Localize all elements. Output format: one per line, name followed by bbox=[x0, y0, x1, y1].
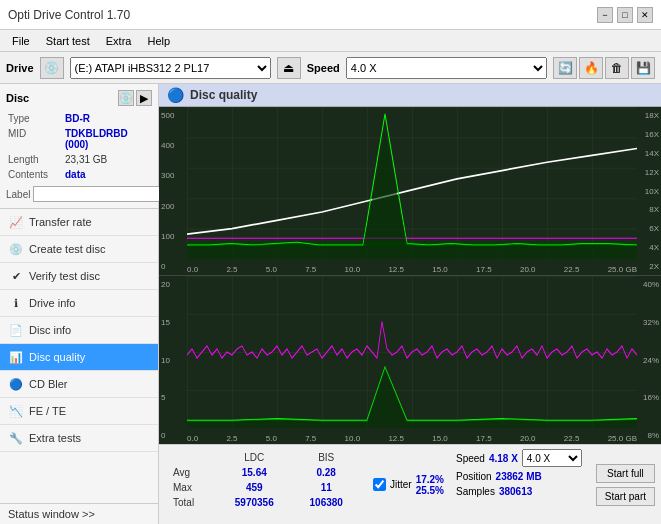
title-bar: Opti Drive Control 1.70 − □ ✕ bbox=[0, 0, 661, 30]
buttons-area: Start full Start part bbox=[590, 445, 661, 524]
menu-bar: File Start test Extra Help bbox=[0, 30, 661, 52]
speed-stat-value: 4.18 X bbox=[489, 453, 518, 464]
chart-bottom-y-right: 40% 32% 24% 16% 8% bbox=[637, 276, 661, 444]
sidebar-item-disc-quality[interactable]: 📊 Disc quality bbox=[0, 344, 158, 371]
chart-bottom-svg bbox=[187, 276, 637, 428]
fe-te-icon: 📉 bbox=[8, 403, 24, 419]
stats-row-avg: Avg 15.64 0.28 bbox=[169, 466, 359, 479]
stats-table-area: LDC BIS Avg 15.64 0.28 Max 459 bbox=[159, 445, 369, 524]
stats-table: LDC BIS Avg 15.64 0.28 Max 459 bbox=[167, 449, 361, 511]
sidebar-item-transfer-rate[interactable]: 📈 Transfer rate bbox=[0, 209, 158, 236]
create-test-disc-icon: 💿 bbox=[8, 241, 24, 257]
start-full-button[interactable]: Start full bbox=[596, 464, 655, 483]
maximize-button[interactable]: □ bbox=[617, 7, 633, 23]
drive-bar: Drive 💿 (E:) ATAPI iHBS312 2 PL17 ⏏ Spee… bbox=[0, 52, 661, 84]
menu-start-test[interactable]: Start test bbox=[38, 33, 98, 49]
drive-select[interactable]: (E:) ATAPI iHBS312 2 PL17 bbox=[70, 57, 271, 79]
content-area: 🔵 Disc quality 500 400 300 200 100 0 18X bbox=[159, 84, 661, 524]
menu-extra[interactable]: Extra bbox=[98, 33, 140, 49]
sidebar-item-create-test-disc[interactable]: 💿 Create test disc bbox=[0, 236, 158, 263]
sidebar: Disc 💿 ▶ Type BD-R MID TDKBLDRBD (000) L… bbox=[0, 84, 159, 524]
mid-value: TDKBLDRBD (000) bbox=[65, 127, 150, 151]
sidebar-item-disc-info[interactable]: 📄 Disc info bbox=[0, 317, 158, 344]
fe-te-label: FE / TE bbox=[29, 405, 66, 417]
chart-top: 500 400 300 200 100 0 18X 16X 14X 12X 10… bbox=[159, 107, 661, 276]
contents-value: data bbox=[65, 168, 150, 181]
window-controls: − □ ✕ bbox=[597, 7, 653, 23]
contents-label: Contents bbox=[8, 168, 63, 181]
position-row: Position 23862 MB bbox=[456, 471, 582, 482]
disc-info-table: Type BD-R MID TDKBLDRBD (000) Length 23,… bbox=[6, 110, 152, 183]
bis-col-header: BIS bbox=[293, 451, 359, 464]
jitter-avg: 17.2% bbox=[416, 474, 444, 485]
type-value: BD-R bbox=[65, 112, 150, 125]
max-bis: 11 bbox=[293, 481, 359, 494]
disc-section-label: Disc bbox=[6, 92, 29, 104]
cd-bler-icon: 🔵 bbox=[8, 376, 24, 392]
status-window-label: Status window >> bbox=[8, 508, 95, 520]
samples-label: Samples bbox=[456, 486, 495, 497]
disc-quality-icon: 📊 bbox=[8, 349, 24, 365]
disc-quality-header-icon: 🔵 bbox=[167, 87, 184, 103]
disc-info-icon: 📄 bbox=[8, 322, 24, 338]
charts-area: 500 400 300 200 100 0 18X 16X 14X 12X 10… bbox=[159, 107, 661, 444]
extra-tests-icon: 🔧 bbox=[8, 430, 24, 446]
eject-button[interactable]: ⏏ bbox=[277, 57, 301, 79]
save-icon-button[interactable]: 💾 bbox=[631, 57, 655, 79]
label-label: Label bbox=[6, 189, 30, 200]
sidebar-item-cd-bler[interactable]: 🔵 CD Bler bbox=[0, 371, 158, 398]
menu-help[interactable]: Help bbox=[139, 33, 178, 49]
status-window-button[interactable]: Status window >> bbox=[0, 503, 158, 524]
disc-quality-label: Disc quality bbox=[29, 351, 85, 363]
verify-test-disc-icon: ✔ bbox=[8, 268, 24, 284]
max-label: Max bbox=[169, 481, 215, 494]
drive-info-label: Drive info bbox=[29, 297, 75, 309]
disc-panel: Disc 💿 ▶ Type BD-R MID TDKBLDRBD (000) L… bbox=[0, 84, 158, 209]
minimize-button[interactable]: − bbox=[597, 7, 613, 23]
transfer-rate-icon: 📈 bbox=[8, 214, 24, 230]
speed-stat-select[interactable]: 4.0 X bbox=[522, 449, 582, 467]
speed-label: Speed bbox=[307, 62, 340, 74]
refresh-icon-button[interactable]: 🔄 bbox=[553, 57, 577, 79]
jitter-checkbox[interactable] bbox=[373, 478, 386, 491]
label-input[interactable] bbox=[33, 186, 162, 202]
total-bis: 106380 bbox=[293, 496, 359, 509]
total-label: Total bbox=[169, 496, 215, 509]
drive-label: Drive bbox=[6, 62, 34, 74]
menu-file[interactable]: File bbox=[4, 33, 38, 49]
sidebar-item-verify-test-disc[interactable]: ✔ Verify test disc bbox=[0, 263, 158, 290]
svg-rect-4 bbox=[187, 107, 637, 259]
disc-label-row: Label 🔍 bbox=[6, 186, 152, 202]
disc-icon1[interactable]: 💿 bbox=[118, 90, 134, 106]
close-button[interactable]: ✕ bbox=[637, 7, 653, 23]
jitter-stats: 17.2% 25.5% bbox=[416, 474, 444, 496]
samples-row: Samples 380613 bbox=[456, 486, 582, 497]
sidebar-item-fe-te[interactable]: 📉 FE / TE bbox=[0, 398, 158, 425]
disc-quality-header: 🔵 Disc quality bbox=[159, 84, 661, 107]
drive-icon-button[interactable]: 💿 bbox=[40, 57, 64, 79]
extra-tests-label: Extra tests bbox=[29, 432, 81, 444]
erase-icon-button[interactable]: 🗑 bbox=[605, 57, 629, 79]
length-label: Length bbox=[8, 153, 63, 166]
speed-row: Speed 4.18 X 4.0 X bbox=[456, 449, 582, 467]
chart-bottom-x-axis: 0.0 2.5 5.0 7.5 10.0 12.5 15.0 17.5 20.0… bbox=[187, 434, 637, 444]
speed-area: Speed 4.18 X 4.0 X Position 23862 MB Sam… bbox=[448, 445, 590, 524]
chart-top-svg bbox=[187, 107, 637, 259]
jitter-area: Jitter 17.2% 25.5% bbox=[369, 445, 448, 524]
stats-panel: LDC BIS Avg 15.64 0.28 Max 459 bbox=[159, 444, 661, 524]
start-part-button[interactable]: Start part bbox=[596, 487, 655, 506]
disc-header: Disc 💿 ▶ bbox=[6, 90, 152, 106]
speed-stat-label: Speed bbox=[456, 453, 485, 464]
samples-value: 380613 bbox=[499, 486, 532, 497]
sidebar-item-drive-info[interactable]: ℹ Drive info bbox=[0, 290, 158, 317]
burn-icon-button[interactable]: 🔥 bbox=[579, 57, 603, 79]
sidebar-item-extra-tests[interactable]: 🔧 Extra tests bbox=[0, 425, 158, 452]
position-label: Position bbox=[456, 471, 492, 482]
chart-top-y-left: 500 400 300 200 100 0 bbox=[159, 107, 187, 275]
mid-label: MID bbox=[8, 127, 63, 151]
max-ldc: 459 bbox=[217, 481, 291, 494]
chart-bottom: 20 15 10 5 0 40% 32% 24% 16% 8% bbox=[159, 276, 661, 444]
disc-icon2[interactable]: ▶ bbox=[136, 90, 152, 106]
speed-select[interactable]: 4.0 X bbox=[346, 57, 547, 79]
drive-info-icon: ℹ bbox=[8, 295, 24, 311]
